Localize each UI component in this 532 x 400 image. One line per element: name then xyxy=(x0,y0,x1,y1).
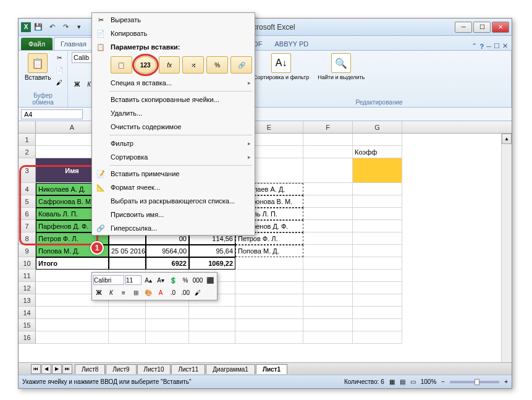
row-header[interactable]: 15 xyxy=(19,319,36,331)
maximize-button[interactable]: ☐ xyxy=(473,22,491,33)
cm-filter[interactable]: Фильтр▸ xyxy=(92,137,255,150)
mini-fill-color-icon[interactable]: 🎨 xyxy=(143,287,154,298)
sort-filter-button[interactable]: A↓ Сортировка и фильтр xyxy=(251,52,311,82)
cm-delete[interactable]: Удалить... xyxy=(92,106,255,120)
row-header[interactable]: 9 xyxy=(19,245,36,257)
tabs-last-icon[interactable]: ⏭ xyxy=(62,364,72,374)
qat-undo-icon[interactable]: ↶ xyxy=(46,21,58,33)
row-header[interactable]: 2 xyxy=(19,146,36,158)
row-header[interactable]: 4 xyxy=(19,183,36,195)
paste-button[interactable]: 📋 Вставить xyxy=(22,52,53,88)
ribbon-minimize-icon[interactable]: ⌃ xyxy=(471,42,477,50)
copy-icon[interactable]: 📄 xyxy=(53,64,65,75)
paste-values-icon[interactable]: 123 xyxy=(135,56,156,74)
doc-max-icon[interactable]: ☐ xyxy=(494,42,500,50)
view-break-icon[interactable]: ▭ xyxy=(410,378,416,385)
cm-dropdown-pick[interactable]: Выбрать из раскрывающегося списка... xyxy=(92,194,255,208)
tabs-prev-icon[interactable]: ◀ xyxy=(41,364,51,374)
mini-borders-icon[interactable]: ⊞ xyxy=(130,287,141,298)
view-normal-icon[interactable]: ▦ xyxy=(389,378,395,385)
row-header[interactable]: 3 xyxy=(19,158,36,183)
row-header[interactable]: 12 xyxy=(19,282,36,294)
cm-insert-copied[interactable]: Вставить скопированные ячейки... xyxy=(92,93,255,106)
row-header[interactable]: 10 xyxy=(19,257,36,270)
cm-format-cells[interactable]: 📐Формат ячеек... xyxy=(92,181,255,194)
col-header[interactable]: G xyxy=(353,121,402,133)
row-header[interactable]: 14 xyxy=(19,307,36,319)
sheet-tab[interactable]: Лист10 xyxy=(137,364,171,374)
paste-transpose-icon[interactable]: ⤭ xyxy=(182,56,204,74)
mini-shrink-font-icon[interactable]: A▾ xyxy=(155,274,166,286)
close-button[interactable]: ✕ xyxy=(492,22,509,33)
cm-hyperlink[interactable]: 🔗Гиперссылка... xyxy=(92,221,255,235)
scroll-up-icon[interactable]: ▲ xyxy=(502,134,512,144)
paste-link-icon[interactable]: 🔗 xyxy=(230,56,252,74)
row-header[interactable]: 13 xyxy=(19,294,36,307)
cm-copy[interactable]: 📄Копировать xyxy=(92,27,255,40)
sheet-tab[interactable]: Диаграмма1 xyxy=(206,364,255,374)
mini-italic-icon[interactable]: К xyxy=(106,287,117,298)
mini-merge-icon[interactable]: ⬛ xyxy=(205,274,216,286)
sheet-tabs-bar: ⏮ ◀ ▶ ⏭ Лист8 Лист9 Лист10 Лист11 Диагра… xyxy=(19,362,512,375)
zoom-in-icon[interactable]: + xyxy=(504,378,508,385)
mini-inc-decimal-icon[interactable]: .00 xyxy=(180,287,191,298)
cm-cut[interactable]: ✂Вырезать xyxy=(92,13,255,27)
name-box[interactable] xyxy=(21,109,83,119)
sheet-tab[interactable]: Лист8 xyxy=(75,364,105,374)
zoom-out-icon[interactable]: − xyxy=(441,378,445,385)
cm-insert-note[interactable]: 📝Вставить примечание xyxy=(92,167,255,181)
qat-redo-icon[interactable]: ↷ xyxy=(59,21,72,33)
doc-min-icon[interactable]: ─ xyxy=(486,43,491,50)
koef-label[interactable]: Коэфф xyxy=(353,146,402,158)
paste-formatting-icon[interactable]: % xyxy=(206,56,228,74)
tab-home[interactable]: Главная xyxy=(54,37,93,50)
format-painter-icon[interactable]: 🖌 xyxy=(53,77,65,88)
mini-currency-icon[interactable]: 💲 xyxy=(167,274,179,286)
minimize-button[interactable]: ─ xyxy=(455,22,472,33)
row-header[interactable]: 1 xyxy=(19,134,36,146)
row-header[interactable]: 8 xyxy=(19,232,36,245)
paste-all-icon[interactable]: 📋 xyxy=(111,56,132,74)
mini-align-icon[interactable]: ≡ xyxy=(118,287,129,298)
zoom-value[interactable]: 100% xyxy=(421,378,437,385)
doc-close-icon[interactable]: ✕ xyxy=(502,42,508,50)
mini-comma-icon[interactable]: 000 xyxy=(192,274,203,286)
tab-abbyy[interactable]: ABBYY PD xyxy=(268,38,315,50)
help-icon[interactable]: ? xyxy=(479,43,484,50)
sheet-tab[interactable]: Лист9 xyxy=(106,364,136,374)
cm-sort[interactable]: Сортировка▸ xyxy=(92,150,255,164)
row-header[interactable]: 7 xyxy=(19,220,36,232)
mini-percent-icon[interactable]: % xyxy=(180,274,191,286)
row-header[interactable]: 11 xyxy=(19,270,36,282)
mini-dec-decimal-icon[interactable]: .0 xyxy=(167,287,179,298)
cut-icon[interactable]: ✂ xyxy=(53,52,65,63)
tab-file[interactable]: Файл xyxy=(21,38,53,50)
cm-paste-special[interactable]: Специа я вставка...▸ xyxy=(92,76,255,90)
mini-font-color-icon[interactable]: A xyxy=(155,287,166,298)
select-all-corner[interactable] xyxy=(19,121,36,133)
qat-dropdown-icon[interactable]: ▾ xyxy=(73,21,85,33)
tabs-first-icon[interactable]: ⏮ xyxy=(31,364,41,374)
sheet-tab[interactable]: Лист11 xyxy=(171,364,205,374)
tabs-next-icon[interactable]: ▶ xyxy=(52,364,62,374)
total-label[interactable]: Итого xyxy=(36,257,109,270)
bold-button[interactable]: Ж xyxy=(72,79,83,90)
row-header[interactable]: 16 xyxy=(19,331,36,344)
vertical-scrollbar[interactable]: ▲ xyxy=(501,134,512,362)
paste-formulas-icon[interactable]: fx xyxy=(159,56,180,74)
find-select-button[interactable]: 🔍 Найти и выделить xyxy=(315,52,367,82)
view-layout-icon[interactable]: ▤ xyxy=(400,378,405,385)
mini-bold-icon[interactable]: Ж xyxy=(93,287,104,298)
row-header[interactable]: 5 xyxy=(19,195,36,208)
row-header[interactable]: 6 xyxy=(19,208,36,220)
mini-font-name[interactable] xyxy=(93,275,124,285)
sheet-tab-active[interactable]: Лист1 xyxy=(256,364,287,374)
mini-grow-font-icon[interactable]: A▴ xyxy=(143,274,154,286)
cm-clear[interactable]: Очистить содержимое xyxy=(92,120,255,134)
mini-font-size[interactable] xyxy=(125,275,141,285)
col-header[interactable]: F xyxy=(303,121,353,133)
mini-painter-icon[interactable]: 🖌 xyxy=(192,287,203,298)
zoom-slider[interactable] xyxy=(450,381,499,383)
cm-define-name[interactable]: Присвоить имя... xyxy=(92,208,255,221)
qat-save-icon[interactable]: 💾 xyxy=(32,21,44,33)
